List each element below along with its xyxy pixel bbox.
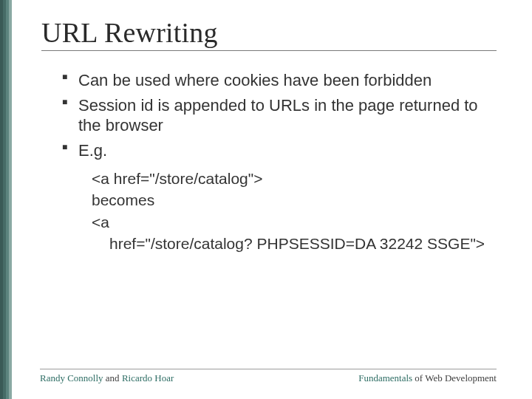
footer: Randy Connolly and Ricardo Hoar Fundamen…: [40, 369, 497, 384]
book-rest: of Web Development: [412, 372, 497, 383]
page-title: URL Rewriting: [41, 16, 497, 49]
author-name: Ricardo Hoar: [122, 372, 174, 383]
bullet-item: Session id is appended to URLs in the pa…: [62, 95, 497, 136]
bullet-list: Can be used where cookies have been forb…: [41, 70, 497, 160]
code-line: <a: [92, 211, 497, 233]
accent-bar: [0, 0, 12, 399]
footer-authors: Randy Connolly and Ricardo Hoar: [40, 372, 174, 384]
bullet-item: Can be used where cookies have been forb…: [62, 70, 497, 91]
book-highlight: Fundamentals: [358, 372, 412, 383]
author-name: Randy Connolly: [40, 372, 103, 383]
code-line: href="/store/catalog? PHPSESSID=DA 32242…: [92, 233, 497, 254]
code-example: <a href="/store/catalog"> becomes <a hre…: [41, 168, 497, 255]
footer-book: Fundamentals of Web Development: [358, 372, 497, 384]
code-line: becomes: [92, 189, 497, 211]
code-line: <a href="/store/catalog">: [92, 168, 497, 189]
bullet-item: E.g.: [62, 140, 497, 161]
title-wrap: URL Rewriting: [41, 16, 497, 51]
author-join: and: [103, 372, 122, 383]
